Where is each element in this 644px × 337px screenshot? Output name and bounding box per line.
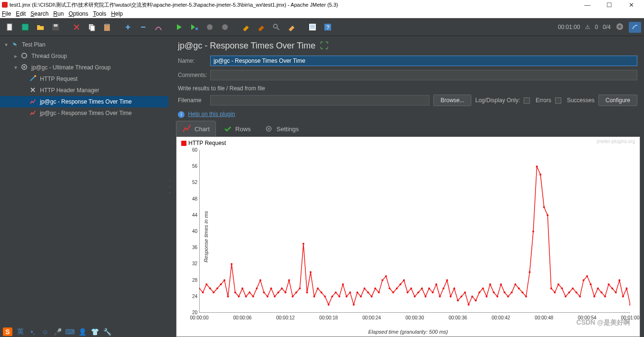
ime-clothes-icon[interactable]: 👕 xyxy=(90,327,99,336)
titlebar: test1.jmx (E:\CISDI\测试工作\技术研究院工作\wutao\交… xyxy=(0,0,644,10)
help-button[interactable]: ? xyxy=(321,20,335,34)
collapse-button[interactable]: − xyxy=(136,20,150,34)
tree-panel: ▾ Test Plan ▸ Thread Group ▾ jp@gc - Ult… xyxy=(0,36,168,337)
tab-rows[interactable]: Rows xyxy=(217,121,257,136)
name-input[interactable] xyxy=(210,56,637,66)
open-button[interactable] xyxy=(33,20,48,34)
svg-point-114 xyxy=(525,296,527,298)
menu-options[interactable]: Options xyxy=(68,10,88,17)
start-no-pause-button[interactable] xyxy=(187,20,202,34)
tree-http-header-manager[interactable]: HTTP Header Manager xyxy=(0,85,168,96)
close-button[interactable]: ✕ xyxy=(620,1,642,9)
svg-point-42 xyxy=(266,296,268,298)
svg-point-81 xyxy=(407,291,409,293)
sogou-icon[interactable]: S xyxy=(3,327,12,336)
errors-checkbox[interactable] xyxy=(524,97,530,104)
svg-point-51 xyxy=(299,288,301,289)
svg-point-77 xyxy=(392,291,394,293)
reset-search-button[interactable] xyxy=(284,20,299,34)
svg-point-61 xyxy=(335,291,337,293)
browse-button[interactable]: Browse... xyxy=(433,95,471,106)
help-link[interactable]: Help on this plugin xyxy=(188,111,235,117)
svg-point-132 xyxy=(590,283,592,285)
tree-label: Thread Group xyxy=(31,53,67,59)
svg-point-35 xyxy=(242,288,244,289)
menu-file[interactable]: File xyxy=(2,10,11,17)
svg-point-36 xyxy=(245,296,247,298)
ime-mic-icon[interactable]: 🎤 xyxy=(53,327,62,336)
copy-button[interactable] xyxy=(85,20,99,34)
svg-point-54 xyxy=(310,271,312,273)
svg-point-127 xyxy=(572,288,574,289)
svg-point-109 xyxy=(507,296,509,298)
tree-test-plan[interactable]: ▾ Test Plan xyxy=(0,39,168,50)
tree-thread-group[interactable]: ▸ Thread Group xyxy=(0,50,168,62)
ime-keyboard-icon[interactable]: ⌨ xyxy=(66,327,74,336)
svg-point-38 xyxy=(252,296,254,298)
configure-button[interactable]: Configure xyxy=(598,95,637,106)
tree-response-times-2[interactable]: jp@gc - Response Times Over Time xyxy=(0,107,168,119)
menu-help[interactable]: Help xyxy=(111,10,123,17)
svg-point-131 xyxy=(586,275,588,277)
warning-icon[interactable]: ⚠ xyxy=(585,24,590,30)
ime-lang-icon[interactable]: 英 xyxy=(16,327,25,336)
menu-tools[interactable]: Tools xyxy=(93,10,107,17)
paste-button[interactable] xyxy=(100,20,114,34)
plugin-icon[interactable] xyxy=(629,22,641,33)
svg-point-28 xyxy=(216,288,218,289)
expand-icon[interactable]: ⛶ xyxy=(320,41,329,51)
comments-label: Comments: xyxy=(178,72,210,78)
svg-point-27 xyxy=(213,291,215,293)
tree-label: HTTP Request xyxy=(40,76,78,82)
minimize-button[interactable]: — xyxy=(576,1,598,9)
maximize-button[interactable]: ☐ xyxy=(598,1,620,9)
svg-point-122 xyxy=(554,291,556,293)
toggle-button[interactable] xyxy=(151,20,166,34)
tab-settings[interactable]: Settings xyxy=(258,121,305,136)
cut-button[interactable] xyxy=(69,20,84,34)
svg-point-10 xyxy=(222,24,228,30)
svg-point-33 xyxy=(234,291,236,293)
svg-point-120 xyxy=(546,214,548,216)
svg-point-60 xyxy=(331,296,333,298)
expand-button[interactable]: + xyxy=(121,20,135,34)
ime-tool-icon[interactable]: 🔧 xyxy=(103,327,111,336)
templates-button[interactable] xyxy=(18,20,32,34)
comments-input[interactable] xyxy=(210,70,637,80)
svg-point-49 xyxy=(292,296,293,298)
tab-chart[interactable]: Chart xyxy=(176,121,216,136)
svg-point-20 xyxy=(34,75,36,77)
clear-all-button[interactable] xyxy=(254,20,268,34)
successes-checkbox[interactable] xyxy=(555,97,561,104)
new-button[interactable] xyxy=(3,20,17,34)
function-helper-button[interactable] xyxy=(305,20,320,34)
shutdown-button[interactable] xyxy=(218,20,232,34)
stop-button[interactable] xyxy=(203,20,217,34)
svg-point-65 xyxy=(349,291,351,293)
svg-rect-7 xyxy=(105,24,109,25)
svg-point-107 xyxy=(500,283,502,285)
tree-ultimate-thread-group[interactable]: ▾ jp@gc - Ultimate Thread Group xyxy=(0,62,168,73)
search-button[interactable] xyxy=(269,20,283,34)
clear-button[interactable] xyxy=(239,20,253,34)
start-button[interactable] xyxy=(172,20,186,34)
svg-point-59 xyxy=(328,304,330,306)
warning-count: 0 xyxy=(595,24,598,30)
menu-run[interactable]: Run xyxy=(53,10,64,17)
tree-response-times-1[interactable]: jp@gc - Response Times Over Time xyxy=(0,96,168,107)
svg-point-50 xyxy=(295,291,297,293)
fieldset-label: Write results to file / Read from file xyxy=(171,82,644,93)
filename-label: Filename xyxy=(178,97,206,104)
tree-http-request[interactable]: HTTP Request xyxy=(0,73,168,85)
svg-point-130 xyxy=(583,279,585,281)
chart-watermark: jmeter-plugins.org xyxy=(597,139,635,144)
ime-face-icon[interactable]: ☺ xyxy=(41,327,49,336)
menu-edit[interactable]: Edit xyxy=(16,10,26,17)
save-button[interactable] xyxy=(49,20,63,34)
svg-point-85 xyxy=(421,288,423,289)
ime-punct-icon[interactable]: •, xyxy=(29,327,37,336)
filename-input[interactable] xyxy=(210,95,429,106)
ime-user-icon[interactable]: 👤 xyxy=(78,327,87,336)
svg-point-26 xyxy=(209,288,211,289)
menu-search[interactable]: Search xyxy=(30,10,49,17)
